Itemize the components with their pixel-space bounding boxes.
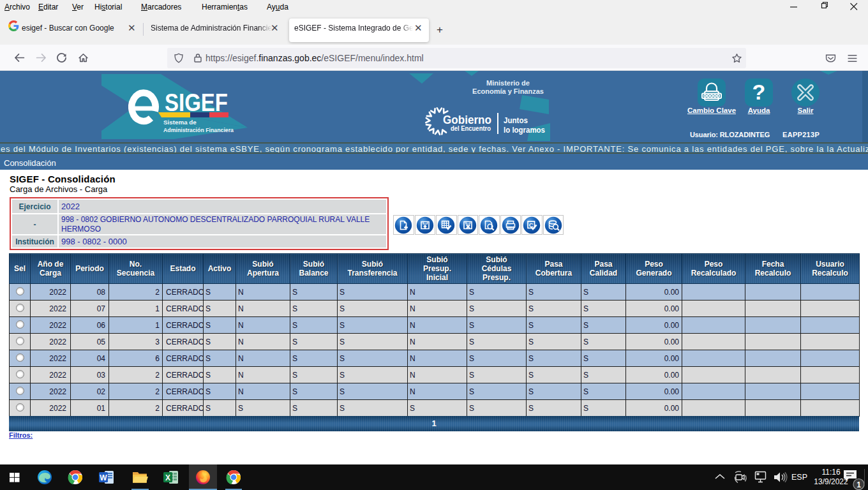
svg-text:1: 1 — [857, 480, 861, 489]
svg-text:?: ? — [752, 80, 766, 104]
svg-text:Administración Financiera: Administración Financiera — [163, 126, 234, 133]
svg-text:del Encuentro: del Encuentro — [451, 124, 491, 132]
svg-text:SIGEF: SIGEF — [165, 89, 228, 116]
svg-text:Juntos: Juntos — [504, 116, 528, 125]
svg-text:X: X — [165, 473, 170, 482]
svg-text:Sistema de: Sistema de — [163, 119, 197, 126]
svg-text:W: W — [100, 473, 107, 482]
svg-text:lo logramos: lo logramos — [504, 126, 545, 135]
